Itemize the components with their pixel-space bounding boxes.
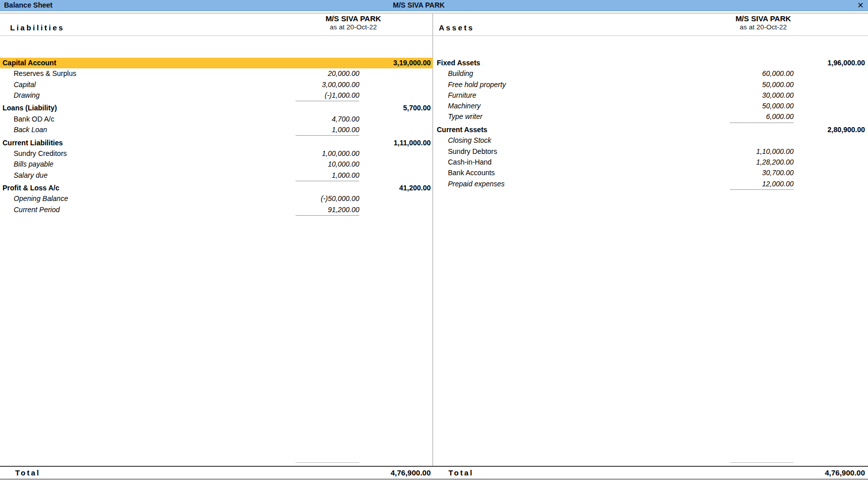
account-label: Capital Account bbox=[3, 58, 56, 68]
account-label: Cash-in-Hand bbox=[448, 157, 491, 168]
account-amount: 30,000.00 bbox=[730, 90, 794, 101]
liabilities-rows: Capital Account3,19,000.00Reserves & Sur… bbox=[0, 58, 433, 215]
account-label: Reserves & Surplus bbox=[14, 68, 76, 79]
row-capital[interactable]: Capital3,00,000.00 bbox=[0, 79, 433, 90]
account-label: Current Assets bbox=[437, 125, 487, 135]
account-amount: 3,00,000.00 bbox=[296, 79, 359, 90]
account-label: Profit & Loss A/c bbox=[3, 183, 59, 193]
row-loans-liability-[interactable]: Loans (Liability)5,700.00 bbox=[0, 103, 433, 113]
row-closing-stock[interactable]: Closing Stock bbox=[433, 135, 867, 146]
row-current-assets[interactable]: Current Assets2,80,900.00 bbox=[433, 125, 867, 135]
account-label: Closing Stock bbox=[448, 135, 491, 146]
liabilities-total-amount: 4,76,900.00 bbox=[391, 467, 431, 478]
row-prepaid-expenses[interactable]: Prepaid expenses12,000.00 bbox=[433, 179, 867, 189]
row-cash-in-hand[interactable]: Cash-in-Hand1,28,200.00 bbox=[433, 157, 867, 168]
account-amount: 2,80,900.00 bbox=[828, 125, 865, 135]
account-label: Sundry Creditors bbox=[14, 148, 67, 159]
row-machinery[interactable]: Machinery50,000.00 bbox=[433, 101, 867, 111]
account-amount: 1,11,000.00 bbox=[394, 138, 431, 148]
account-label: Type writer bbox=[448, 111, 482, 122]
account-amount: 91,200.00 bbox=[296, 205, 359, 216]
left-header-as-at: as at 20-Oct-22 bbox=[252, 23, 454, 31]
total-label: Total bbox=[448, 467, 474, 478]
right-header-company: M/S SIVA PARK bbox=[662, 14, 864, 23]
account-label: Loans (Liability) bbox=[3, 103, 57, 113]
account-label: Capital bbox=[14, 79, 36, 90]
row-salary-due[interactable]: Salary due1,000.00 bbox=[0, 170, 433, 181]
account-label: Fixed Assets bbox=[437, 58, 480, 68]
row-building[interactable]: Building60,000.00 bbox=[433, 68, 867, 79]
account-label: Opening Balance bbox=[14, 193, 68, 204]
account-label: Back Loan bbox=[14, 125, 47, 135]
account-label: Bank OD A/c bbox=[14, 114, 54, 125]
account-label: Prepaid expenses bbox=[448, 179, 505, 189]
account-amount: 10,000.00 bbox=[296, 159, 359, 170]
account-label: Furniture bbox=[448, 90, 476, 101]
row-bills-payable[interactable]: Bills payable10,000.00 bbox=[0, 159, 433, 170]
account-amount: 6,000.00 bbox=[730, 111, 794, 123]
row-fixed-assets[interactable]: Fixed Assets1,96,000.00 bbox=[433, 58, 867, 68]
account-amount: 1,96,000.00 bbox=[828, 58, 865, 68]
balance-sheet-window: Balance Sheet M/S SIVA PARK ✕ M/S SIVA P… bbox=[0, 0, 868, 480]
close-icon[interactable]: ✕ bbox=[857, 0, 864, 11]
row-sundry-creditors[interactable]: Sundry Creditors1,00,000.00 bbox=[0, 148, 433, 159]
account-amount: 1,28,200.00 bbox=[730, 157, 794, 168]
liabilities-total-row: Total 4,76,900.00 bbox=[0, 467, 433, 478]
account-amount: 4,700.00 bbox=[296, 114, 359, 125]
account-amount: 1,000.00 bbox=[296, 125, 359, 136]
account-label: Building bbox=[448, 68, 473, 79]
titlebar-shadow-divider bbox=[0, 13, 868, 14]
assets-rows: Fixed Assets1,96,000.00Building60,000.00… bbox=[433, 58, 867, 189]
account-label: Bank Accounts bbox=[448, 168, 495, 178]
row-furniture[interactable]: Furniture30,000.00 bbox=[433, 90, 867, 101]
account-amount: 60,000.00 bbox=[730, 68, 794, 79]
account-label: Current Period bbox=[14, 205, 60, 215]
account-amount: 1,10,000.00 bbox=[730, 146, 794, 157]
account-label: Drawing bbox=[14, 90, 39, 101]
title-bar: Balance Sheet M/S SIVA PARK ✕ bbox=[0, 0, 868, 11]
account-amount: (-)1,000.00 bbox=[296, 90, 359, 101]
row-sundry-debtors[interactable]: Sundry Debtors1,10,000.00 bbox=[433, 146, 867, 157]
row-profit-loss-a-c[interactable]: Profit & Loss A/c41,200.00 bbox=[0, 183, 433, 193]
account-label: Machinery bbox=[448, 101, 481, 111]
right-header-as-at: as at 20-Oct-22 bbox=[662, 23, 864, 31]
account-amount: 41,200.00 bbox=[399, 183, 431, 193]
account-amount: 1,00,000.00 bbox=[296, 148, 359, 159]
account-amount: 50,000.00 bbox=[730, 101, 794, 111]
total-label: Total bbox=[15, 467, 40, 478]
account-amount: 1,000.00 bbox=[296, 170, 359, 181]
row-bank-od-a-c[interactable]: Bank OD A/c4,700.00 bbox=[0, 114, 433, 125]
row-current-liabilities[interactable]: Current Liabilities1,11,000.00 bbox=[0, 138, 433, 148]
row-bank-accounts[interactable]: Bank Accounts30,700.00 bbox=[433, 168, 867, 178]
account-label: Free hold property bbox=[448, 79, 506, 90]
row-back-loan[interactable]: Back Loan1,000.00 bbox=[0, 125, 433, 135]
row-current-period[interactable]: Current Period91,200.00 bbox=[0, 205, 433, 215]
row-reserves-surplus[interactable]: Reserves & Surplus20,000.00 bbox=[0, 68, 433, 79]
assets-column-title: Assets bbox=[439, 23, 474, 32]
account-amount: 12,000.00 bbox=[730, 179, 794, 190]
assets-total-amount: 4,76,900.00 bbox=[825, 467, 865, 478]
left-header-company: M/S SIVA PARK bbox=[252, 14, 454, 23]
header-separator bbox=[0, 35, 868, 36]
account-label: Bills payable bbox=[14, 159, 54, 170]
account-amount: 3,19,000.00 bbox=[393, 58, 431, 68]
row-drawing[interactable]: Drawing(-)1,000.00 bbox=[0, 90, 433, 101]
row-capital-account[interactable]: Capital Account3,19,000.00 bbox=[0, 58, 433, 68]
account-amount: 50,000.00 bbox=[730, 79, 794, 90]
row-type-writer[interactable]: Type writer6,000.00 bbox=[433, 111, 867, 122]
right-pre-total-underline bbox=[730, 462, 794, 463]
account-label: Salary due bbox=[14, 170, 48, 181]
account-label: Current Liabilities bbox=[3, 138, 63, 148]
account-label: Sundry Debtors bbox=[448, 146, 497, 157]
account-amount: (-)50,000.00 bbox=[296, 193, 359, 204]
liabilities-column-title: Liabilities bbox=[10, 23, 65, 32]
account-amount: 5,700.00 bbox=[403, 103, 431, 113]
row-free-hold-property[interactable]: Free hold property50,000.00 bbox=[433, 79, 867, 90]
account-amount: 20,000.00 bbox=[296, 68, 359, 79]
left-pre-total-underline bbox=[296, 462, 359, 463]
account-amount: 30,700.00 bbox=[730, 168, 794, 178]
company-title: M/S SIVA PARK bbox=[0, 0, 838, 11]
assets-total-row: Total 4,76,900.00 bbox=[433, 467, 867, 478]
row-opening-balance[interactable]: Opening Balance(-)50,000.00 bbox=[0, 193, 433, 204]
